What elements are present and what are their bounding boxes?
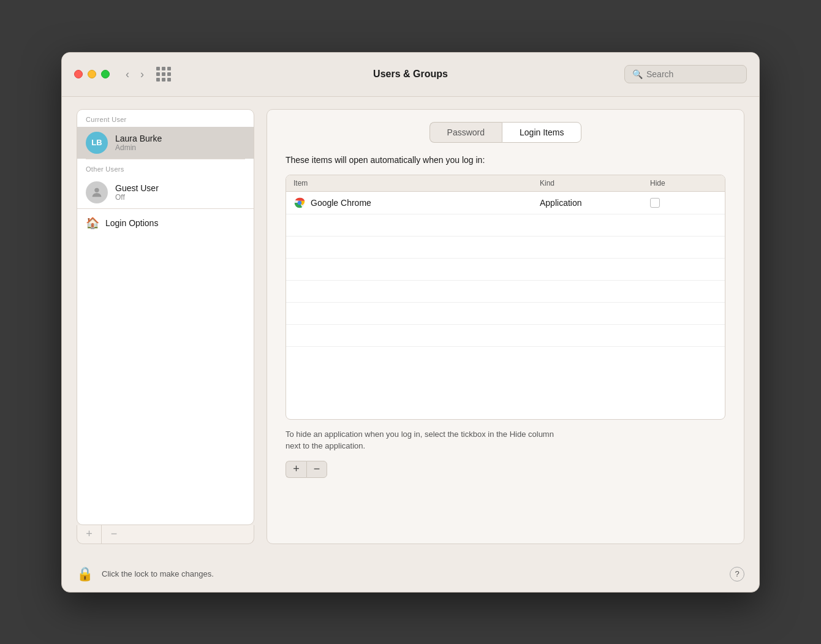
other-users-label: Other Users [77, 159, 254, 176]
empty-row [286, 237, 725, 259]
lock-text: Click the lock to make changes. [102, 569, 214, 578]
maximize-button[interactable] [101, 70, 110, 78]
tab-login-items[interactable]: Login Items [502, 122, 581, 143]
panel-body: These items will open automatically when… [267, 143, 744, 544]
guest-user-row[interactable]: Guest User Off [77, 176, 254, 208]
guest-status: Off [115, 193, 159, 202]
hide-note: To hide an application when you log in, … [286, 428, 725, 452]
item-kind: Application [540, 198, 650, 208]
empty-row [286, 347, 725, 369]
th-spacer [699, 179, 717, 188]
hide-checkbox[interactable] [650, 198, 660, 208]
forward-button[interactable]: › [137, 67, 148, 82]
empty-row [286, 303, 725, 325]
svg-point-0 [94, 188, 99, 192]
window: ‹ › Users & Groups 🔍 Current User [61, 52, 760, 593]
chrome-icon [293, 197, 306, 209]
minimize-button[interactable] [88, 70, 96, 78]
sidebar-controls: + − [77, 525, 254, 544]
tab-bar: Password Login Items [267, 110, 744, 143]
user-name: Laura Burke [115, 134, 162, 143]
titlebar: ‹ › Users & Groups 🔍 [62, 53, 759, 97]
close-button[interactable] [74, 70, 83, 78]
back-button[interactable]: ‹ [122, 67, 133, 82]
th-kind: Kind [540, 179, 650, 188]
tab-password[interactable]: Password [429, 122, 502, 143]
guest-info: Guest User Off [115, 183, 159, 202]
empty-row [286, 214, 725, 237]
item-name-text: Google Chrome [311, 198, 371, 208]
guest-name: Guest User [115, 183, 159, 193]
add-remove-buttons: + − [286, 461, 725, 478]
items-table: Item Kind Hide [286, 175, 725, 420]
panel-description: These items will open automatically when… [286, 155, 725, 165]
search-box[interactable]: 🔍 [624, 65, 747, 83]
current-user-label: Current User [77, 110, 254, 127]
sidebar: Current User LB Laura Burke Admin Other … [77, 109, 254, 544]
login-options-label: Login Options [105, 218, 158, 228]
main-panel: Password Login Items These items will op… [267, 109, 744, 544]
search-icon: 🔍 [632, 69, 643, 79]
item-name: Google Chrome [293, 197, 540, 209]
window-title: Users & Groups [373, 69, 448, 80]
traffic-lights [74, 70, 110, 78]
user-info: Laura Burke Admin [115, 134, 162, 152]
house-icon: 🏠 [86, 216, 99, 230]
add-item-button[interactable]: + [286, 461, 306, 478]
empty-row [286, 325, 725, 347]
login-options-row[interactable]: 🏠 Login Options [77, 208, 254, 237]
avatar: LB [86, 132, 108, 154]
help-button[interactable]: ? [730, 567, 744, 581]
empty-row [286, 259, 725, 281]
lock-icon[interactable]: 🔒 [77, 566, 93, 582]
current-user-row[interactable]: LB Laura Burke Admin [77, 127, 254, 159]
table-row[interactable]: Google Chrome Application [286, 192, 725, 214]
th-hide: Hide [650, 179, 699, 188]
grid-icon[interactable] [156, 67, 171, 81]
table-header: Item Kind Hide [286, 175, 725, 192]
add-user-button[interactable]: + [77, 525, 102, 544]
content: Current User LB Laura Burke Admin Other … [62, 97, 759, 556]
user-role: Admin [115, 143, 162, 152]
th-item: Item [293, 179, 540, 188]
empty-row [286, 281, 725, 303]
sidebar-list: Current User LB Laura Burke Admin Other … [77, 109, 254, 525]
remove-user-button[interactable]: − [102, 525, 126, 544]
guest-avatar [86, 181, 108, 203]
bottom-bar: 🔒 Click the lock to make changes. ? [62, 556, 759, 592]
nav-buttons: ‹ › [122, 67, 148, 82]
remove-item-button[interactable]: − [306, 461, 327, 478]
svg-point-2 [298, 200, 302, 205]
search-input[interactable] [646, 69, 739, 79]
